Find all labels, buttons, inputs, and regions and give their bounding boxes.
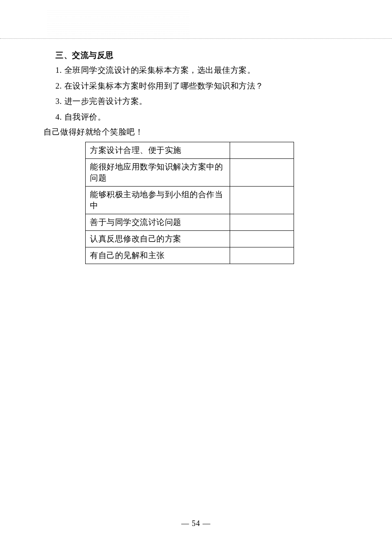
criteria-cell: 善于与同学交流讨论问题: [86, 214, 230, 231]
main-content: 三、交流与反思 1. 全班同学交流设计的采集标本方案，选出最佳方案。 2. 在设…: [55, 50, 354, 264]
list-item: 1. 全班同学交流设计的采集标本方案，选出最佳方案。: [55, 64, 354, 77]
response-cell[interactable]: [230, 247, 294, 264]
header-dotted-area: [47, 9, 190, 36]
criteria-cell: 能很好地应用数学知识解决方案中的问题: [86, 159, 230, 187]
list-item: 2. 在设计采集标本方案时你用到了哪些数学知识和方法？: [55, 80, 354, 92]
table-row: 能很好地应用数学知识解决方案中的问题: [86, 159, 294, 187]
criteria-cell: 认真反思修改自己的方案: [86, 231, 230, 247]
response-cell[interactable]: [230, 214, 294, 231]
list-item: 3. 进一步完善设计方案。: [55, 95, 354, 108]
evaluation-table: 方案设计合理、便于实施 能很好地应用数学知识解决方案中的问题 能够积极主动地参与…: [85, 142, 294, 264]
list-item: 4. 自我评价。: [55, 111, 354, 124]
response-cell[interactable]: [230, 231, 294, 247]
criteria-cell: 能够积极主动地参与到小组的合作当中: [86, 187, 230, 214]
criteria-cell: 有自己的见解和主张: [86, 247, 230, 264]
section-title: 三、交流与反思: [55, 50, 354, 61]
table-row: 善于与同学交流讨论问题: [86, 214, 294, 231]
page-number: — 54 —: [0, 519, 392, 528]
table-row: 方案设计合理、便于实施: [86, 142, 294, 159]
intro-text: 自己做得好就给个笑脸吧！: [43, 126, 354, 138]
divider-line: [0, 38, 392, 39]
response-cell[interactable]: [230, 159, 294, 187]
table-row: 能够积极主动地参与到小组的合作当中: [86, 187, 294, 214]
response-cell[interactable]: [230, 142, 294, 159]
table-row: 有自己的见解和主张: [86, 247, 294, 264]
table-row: 认真反思修改自己的方案: [86, 231, 294, 247]
criteria-cell: 方案设计合理、便于实施: [86, 142, 230, 159]
response-cell[interactable]: [230, 187, 294, 214]
